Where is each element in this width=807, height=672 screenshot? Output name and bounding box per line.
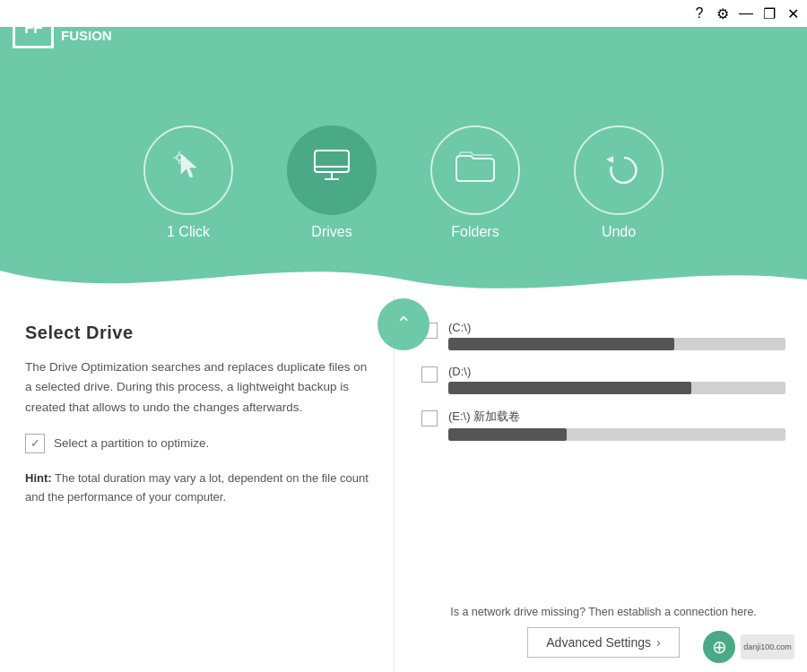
folder-icon [453,147,498,194]
svg-marker-9 [606,156,613,163]
plus-icon: ⊕ [712,636,727,658]
drive-bar-fill-c [448,338,674,350]
nav-circle-one-click [143,125,233,215]
drives-list: (C:\) (D:\) [421,321,785,441]
nav-label-one-click: 1 Click [167,224,210,240]
advanced-settings-button[interactable]: Advanced Settings › [527,627,679,658]
hint-body: The total duration may vary a lot, depen… [25,471,369,504]
window-controls: ? ⚙ — ❐ ✕ [692,6,800,21]
drive-label-d: (D:\) [448,365,785,378]
drive-item-c: (C:\) [421,321,785,350]
nav-row: 1 Click Drives [0,125,807,240]
title-bar: ? ⚙ — ❐ ✕ [0,0,807,27]
drive-item-d: (D:\) [421,365,785,394]
hint-bold: Hint: [25,471,52,485]
drive-info-c: (C:\) [448,321,785,350]
nav-item-one-click[interactable]: 1 Click [143,125,233,240]
drive-info-d: (D:\) [448,365,785,394]
drive-bar-fill-e [448,428,567,441]
chevron-right-icon: › [656,635,661,650]
drive-checkbox-e[interactable] [421,410,438,426]
undo-icon [599,147,638,194]
svg-rect-5 [315,151,349,172]
nav-circle-folders [430,125,520,215]
right-panel: (C:\) (D:\) [395,296,807,672]
section-description: The Drive Optimization searches and repl… [25,358,369,418]
add-button[interactable]: ⊕ [703,631,735,663]
monitor-icon [309,147,354,194]
left-panel: Select Drive The Drive Optimization sear… [0,296,395,672]
chevron-up-icon: ⌃ [395,314,412,334]
nav-item-folders[interactable]: Folders [430,125,520,240]
help-button[interactable]: ? [692,6,707,21]
drive-bar-bg-d [448,382,785,394]
bottom-logo-area: ⊕ danji100.com [703,631,794,663]
check-mark: ✓ [30,436,40,450]
restore-button[interactable]: ❐ [762,6,777,21]
cursor-icon [169,147,208,194]
nav-label-drives: Drives [311,224,351,240]
drive-bar-fill-d [448,382,691,394]
section-title: Select Drive [25,323,369,343]
nav-label-undo: Undo [602,224,636,240]
danji-label: danji100.com [743,642,792,651]
danji-logo: danji100.com [741,634,794,659]
drive-label-c: (C:\) [448,321,785,334]
nav-circle-undo [574,125,664,215]
drive-checkbox-d[interactable] [421,366,438,383]
nav-label-folders: Folders [451,224,499,240]
nav-circle-drives [287,125,377,215]
nav-item-drives[interactable]: Drives [287,125,377,240]
header-area: FF FILE FUSION [0,0,807,305]
drive-item-e: (E:\) 新加载卷 [421,409,785,441]
hint-text: Hint: The total duration may vary a lot,… [25,470,369,507]
minimize-button[interactable]: — [739,6,753,21]
settings-button[interactable]: ⚙ [716,6,730,21]
partition-checkbox-label: Select a partition to optimize. [54,436,209,450]
close-button[interactable]: ✕ [785,6,800,21]
main-content: Select Drive The Drive Optimization sear… [0,296,807,672]
nav-item-undo[interactable]: Undo [574,125,664,240]
partition-checkbox[interactable]: ✓ [25,434,45,453]
network-hint: Is a network drive missing? Then establi… [421,606,785,618]
drive-bar-bg-c [448,338,785,350]
collapse-button[interactable]: ⌃ [377,298,430,350]
advanced-settings-label: Advanced Settings [546,635,651,650]
partition-checkbox-row: ✓ Select a partition to optimize. [25,434,369,453]
drive-label-e: (E:\) 新加载卷 [448,409,785,425]
drive-info-e: (E:\) 新加载卷 [448,409,785,441]
drive-bar-bg-e [448,428,785,441]
